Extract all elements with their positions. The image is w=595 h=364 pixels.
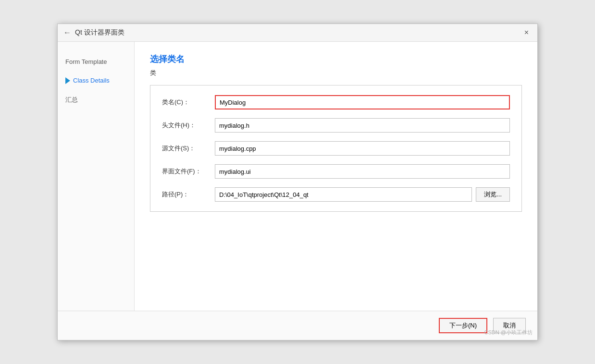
header-file-label: 头文件(H)： — [162, 121, 215, 130]
source-file-input[interactable] — [215, 141, 510, 156]
browse-button[interactable]: 浏览... — [476, 187, 510, 202]
ui-file-row: 界面文件(F)： — [162, 164, 510, 179]
class-name-row: 类名(C)： — [162, 95, 510, 109]
dialog-title: Qt 设计器界面类 — [75, 28, 124, 37]
dialog: ← Qt 设计器界面类 × Form Template Class Detail… — [57, 24, 538, 340]
dialog-overlay: ← Qt 设计器界面类 × Form Template Class Detail… — [0, 0, 595, 364]
form-panel: 类名(C)： 头文件(H)： 源文件(S)： — [150, 85, 522, 212]
watermark: CSDN @小玖工作坊 — [484, 329, 533, 336]
source-file-label: 源文件(S)： — [162, 144, 215, 153]
main-content: 选择类名 类 类名(C)： 头文件(H)： 源文件(S)： — [135, 42, 537, 311]
back-button[interactable]: ← — [63, 28, 71, 37]
header-file-row: 头文件(H)： — [162, 118, 510, 133]
title-left: ← Qt 设计器界面类 — [63, 28, 124, 37]
section-subtitle: 类 — [150, 69, 522, 77]
dialog-footer: 下一步(N) 取消 — [58, 311, 537, 340]
summary-label: 汇总 — [65, 96, 78, 104]
titlebar: ← Qt 设计器界面类 × — [58, 24, 537, 42]
sidebar-item-form-template[interactable]: Form Template — [65, 56, 134, 67]
class-name-input[interactable] — [215, 95, 510, 109]
header-file-input[interactable] — [215, 118, 510, 133]
class-details-label: Class Details — [73, 77, 110, 84]
ui-file-label: 界面文件(F)： — [162, 167, 215, 176]
path-row: 路径(P)： 浏览... — [162, 187, 510, 202]
path-label: 路径(P)： — [162, 190, 215, 199]
section-title: 选择类名 — [150, 53, 522, 65]
sidebar-item-class-details[interactable]: Class Details — [65, 75, 134, 86]
path-input[interactable] — [215, 187, 472, 202]
class-name-label: 类名(C)： — [162, 98, 215, 107]
source-file-row: 源文件(S)： — [162, 141, 510, 156]
dialog-body: Form Template Class Details 汇总 选择类名 类 类名… — [58, 42, 537, 311]
close-button[interactable]: × — [521, 28, 532, 37]
next-button[interactable]: 下一步(N) — [439, 318, 487, 333]
ui-file-input[interactable] — [215, 164, 510, 179]
form-template-label: Form Template — [65, 58, 107, 65]
class-details-arrow-icon — [65, 77, 70, 84]
sidebar-item-summary[interactable]: 汇总 — [65, 94, 134, 106]
sidebar: Form Template Class Details 汇总 — [58, 42, 135, 311]
